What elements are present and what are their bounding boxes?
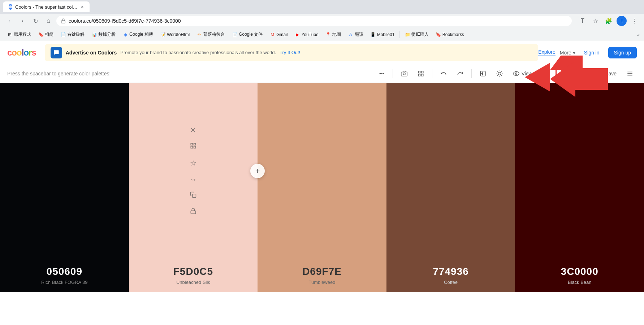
hamburger-icon: [627, 70, 633, 77]
export-button[interactable]: Export: [556, 67, 584, 80]
spacebar-hint: Press the spacebar to generate color pal…: [7, 71, 376, 76]
svg-rect-24: [194, 146, 195, 148]
bookmark-button[interactable]: Save: [593, 68, 620, 79]
bookmark-icon-6: ✏: [197, 32, 202, 37]
browser-action-buttons: T ☆ 🧩 It ⋮: [578, 16, 640, 26]
advertise-title: Advertise on Coolors: [66, 50, 117, 56]
eye-icon: [513, 70, 519, 77]
color-panel-3[interactable]: D69F7E Tumbleweed: [258, 83, 386, 292]
bookmark-shuju[interactable]: 📊 數據分析: [89, 30, 118, 39]
view-label: View: [522, 71, 532, 76]
bookmark-wordtohtml-label: WordtoHtml: [167, 32, 190, 37]
hamburger-menu-button[interactable]: [623, 68, 637, 79]
bookmark-xiangjian[interactable]: 🔖 相簡: [35, 30, 56, 39]
bookmark-wordtohtml[interactable]: 📝 WordtoHtml: [157, 31, 193, 39]
link-icon: [543, 70, 549, 77]
more-dropdown[interactable]: More ▾: [560, 50, 575, 56]
camera-button[interactable]: [397, 68, 411, 79]
bookmark-maps[interactable]: 📍 地圖: [323, 30, 344, 39]
link-button[interactable]: [539, 68, 553, 79]
bookmark-youtube[interactable]: ▶ YouTube: [292, 31, 321, 39]
bookmark-bookmarks[interactable]: 🔖 Bookmarks: [433, 31, 467, 39]
mobile01-icon: 📱: [371, 32, 376, 37]
bookmark-googledoc[interactable]: 📄 Google 文件: [229, 30, 265, 39]
bookmark-gmail[interactable]: M Gmail: [267, 31, 290, 39]
ellipsis-icon: •••: [379, 71, 385, 76]
reload-button[interactable]: ↻: [30, 16, 40, 26]
tab-bar: Coolors - The super fast color palettes …: [0, 0, 644, 14]
svg-rect-1: [61, 21, 65, 23]
bookmark-bookmarks-label: Bookmarks: [442, 32, 464, 37]
color-hex-1: 050609: [7, 266, 122, 277]
sun-icon: [496, 70, 503, 77]
bookmarks-more-button[interactable]: »: [637, 32, 640, 37]
bookmark-youjian[interactable]: 📄 右鍵破解: [58, 30, 87, 39]
tab-close-icon[interactable]: ×: [81, 4, 84, 10]
browser-tab[interactable]: Coolors - The super fast color palettes …: [3, 1, 90, 12]
color-action-resize[interactable]: ↔: [190, 175, 197, 184]
redo-button[interactable]: [453, 68, 467, 79]
bookmarks-icon: 🔖: [436, 32, 441, 37]
sun-button[interactable]: [493, 68, 506, 79]
maps-icon: 📍: [326, 32, 331, 37]
bookmark-google-photo-label: Google 相簿: [129, 31, 153, 38]
profile-icon[interactable]: It: [617, 16, 627, 26]
collage-button[interactable]: [414, 68, 428, 79]
color-panel-1[interactable]: 050609 Rich Black FOGRA 39: [0, 83, 129, 292]
google-photo-icon: ◆: [123, 32, 128, 37]
gmail-icon: M: [270, 32, 275, 37]
bookmark-youjian-label: 右鍵破解: [67, 31, 85, 38]
color-panel-2[interactable]: ✕ ☆ ↔ + F5D0C5 Unbleached Silk: [129, 83, 258, 292]
color-action-copy[interactable]: [190, 192, 196, 200]
color-area-5: [515, 83, 644, 259]
more-options-button[interactable]: •••: [376, 69, 388, 79]
translate-icon[interactable]: T: [578, 16, 588, 26]
color-panel-5[interactable]: 3C0000 Black Bean: [515, 83, 644, 292]
address-bar[interactable]: coolors.co/050609-f5d0c5-d69f7e-774936-3…: [56, 16, 572, 26]
color-name-4: Coffee: [394, 280, 508, 285]
add-color-button[interactable]: +: [250, 164, 265, 178]
browser-menu-icon[interactable]: ⋮: [630, 16, 640, 26]
svg-rect-21: [191, 143, 193, 145]
more-label: More: [560, 50, 571, 56]
color-action-lock[interactable]: [190, 208, 196, 216]
coolors-logo[interactable]: coolors: [7, 48, 36, 58]
bookmark-mobile01[interactable]: 📱 Mobile01: [368, 31, 398, 39]
color-hex-4: 774936: [394, 266, 508, 277]
svg-rect-26: [191, 211, 196, 214]
bookmark-blog[interactable]: ✏ 部落格後台: [194, 30, 228, 39]
bookmark-fromie[interactable]: 📁 從IE匯入: [402, 30, 431, 39]
advertise-desc: Promote your brand to passionate creativ…: [120, 50, 276, 55]
bookmark-star-icon[interactable]: ☆: [591, 16, 601, 26]
sign-up-button[interactable]: Sign up: [608, 47, 637, 58]
home-button[interactable]: ⌂: [43, 16, 53, 26]
forward-button[interactable]: ›: [17, 16, 27, 26]
explore-link[interactable]: Explore: [538, 49, 555, 56]
car-button[interactable]: [476, 68, 490, 79]
color-name-2: Unbleached Silk: [136, 280, 251, 285]
svg-line-12: [501, 75, 501, 75]
bookmark-translate[interactable]: A 翻譯: [345, 30, 366, 39]
bookmark-apps[interactable]: ⊞ 應用程式: [4, 30, 34, 39]
sign-in-button[interactable]: Sign in: [580, 47, 604, 58]
eye-button[interactable]: View: [509, 68, 536, 79]
more-dropdown-arrow: ▾: [573, 50, 575, 56]
undo-button[interactable]: [437, 68, 450, 79]
advertise-cta[interactable]: Try It Out!: [280, 50, 300, 55]
bookmark-translate-label: 翻譯: [355, 31, 363, 38]
fromie-icon: 📁: [405, 32, 410, 37]
divider-4: [588, 69, 588, 78]
color-info-3: D69F7E Tumbleweed: [258, 259, 386, 292]
camera-icon: [401, 70, 407, 77]
youtube-icon: ▶: [295, 32, 300, 37]
color-info-5: 3C0000 Black Bean: [515, 259, 644, 292]
extensions-icon[interactable]: 🧩: [604, 16, 614, 26]
color-panel-4[interactable]: 774936 Coffee: [386, 83, 515, 292]
back-button[interactable]: ‹: [4, 16, 14, 26]
bookmark-google-photo[interactable]: ◆ Google 相簿: [120, 30, 156, 39]
color-action-close[interactable]: ✕: [190, 126, 196, 135]
color-action-star[interactable]: ☆: [190, 159, 196, 167]
color-action-grid[interactable]: [190, 142, 196, 151]
color-name-5: Black Bean: [522, 280, 637, 285]
save-label: Save: [605, 71, 617, 76]
